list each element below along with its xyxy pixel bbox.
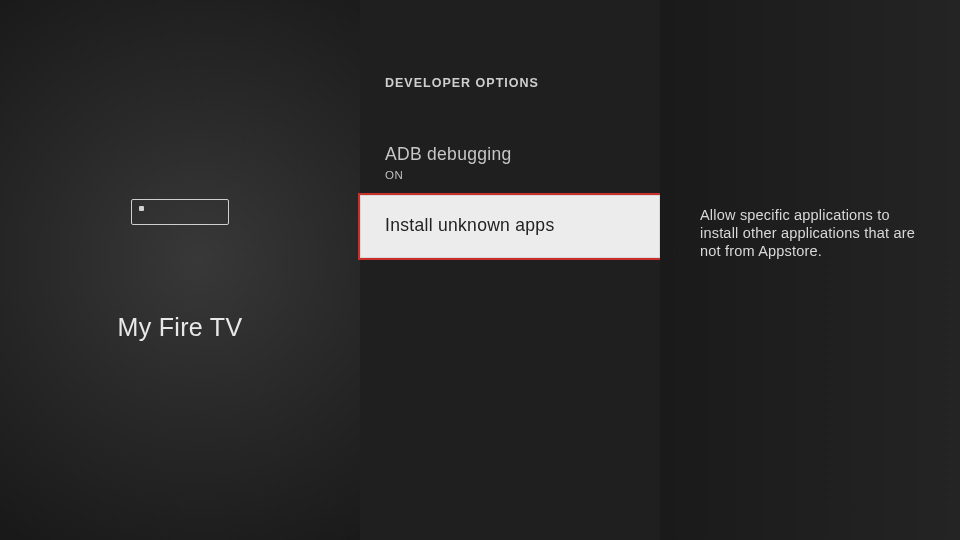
option-value: ON xyxy=(385,169,636,181)
option-label: Install unknown apps xyxy=(385,215,636,236)
settings-layout: My Fire TV DEVELOPER OPTIONS ADB debuggi… xyxy=(0,0,960,540)
option-adb-debugging[interactable]: ADB debugging ON xyxy=(360,128,660,195)
fire-tv-stick-icon xyxy=(131,199,229,225)
option-description: Allow specific applications to install o… xyxy=(700,206,920,260)
left-pane-title: My Fire TV xyxy=(118,313,243,342)
option-label: ADB debugging xyxy=(385,144,636,165)
left-pane: My Fire TV xyxy=(0,0,360,540)
detail-pane: Allow specific applications to install o… xyxy=(660,0,960,540)
options-list: DEVELOPER OPTIONS ADB debugging ON Insta… xyxy=(360,0,660,540)
option-install-unknown-apps[interactable]: Install unknown apps xyxy=(360,195,660,258)
section-heading: DEVELOPER OPTIONS xyxy=(360,76,660,90)
